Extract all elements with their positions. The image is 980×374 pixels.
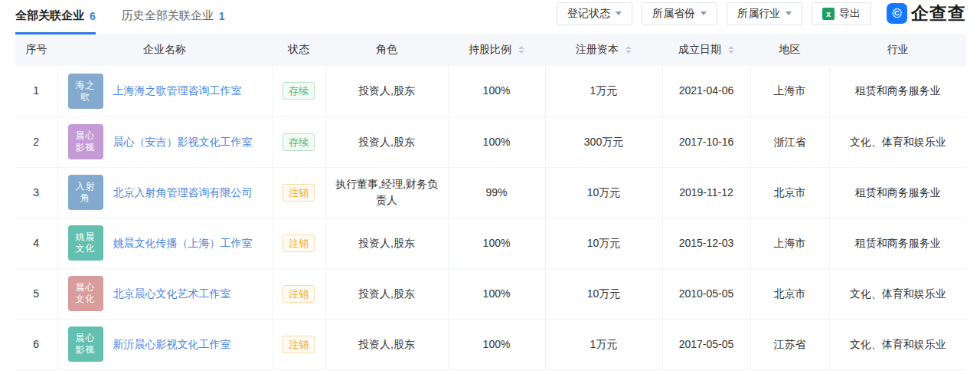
dropdown-label: 所属省份 [652,7,695,21]
excel-icon: x [822,8,835,20]
tab-all-related-companies[interactable]: 全部关联企业 6 [15,0,96,34]
registered-capital-cell: 10万元 [545,218,662,268]
dropdown-label: 所属行业 [737,7,780,21]
company-name-link[interactable]: 北京晨心文化艺术工作室 [113,286,231,302]
role-cell: 执行董事,经理,财务负责人 [325,167,448,218]
header-index: 序号 [15,34,57,66]
share-ratio-cell: 99% [448,167,545,218]
tabs: 全部关联企业 6 历史全部关联企业 1 [15,0,225,34]
export-label: 导出 [839,7,861,21]
industry-cell: 租赁和商务服务业 [829,167,966,218]
registered-capital-cell: 1万元 [545,319,662,369]
filter-controls: 登记状态 所属省份 所属行业 x 导出 © 企查查 [557,0,966,25]
row-index: 1 [15,66,57,116]
company-name-link[interactable]: 姚晨文化传播（上海）工作室 [113,235,253,251]
province-dropdown[interactable]: 所属省份 [642,2,717,25]
status-badge: 注销 [283,285,315,303]
established-date-cell: 2019-11-12 [662,167,750,218]
table-header: 序号 企业名称 状态 角色 持股比例 注册资本 成立日期 地区 行业 [15,34,966,66]
header-registered-capital[interactable]: 注册资本 [545,34,662,66]
header-established-date[interactable]: 成立日期 [662,34,750,66]
registered-capital-cell: 10万元 [545,268,662,319]
registered-capital-cell: 300万元 [545,116,662,167]
tab-label: 全部关联企业 [15,8,84,23]
status-badge: 注销 [283,235,315,252]
related-companies-panel: 全部关联企业 6 历史全部关联企业 1 登记状态 所属省份 所属行业 x [0,0,980,374]
header-industry: 行业 [829,34,966,66]
tab-history-related-companies[interactable]: 历史全部关联企业 1 [122,0,225,34]
company-logo: 晨心影视 [68,124,103,159]
industry-cell: 租赁和商务服务业 [829,66,966,116]
header-share-ratio[interactable]: 持股比例 [448,34,545,66]
header-region: 地区 [750,34,829,66]
industry-cell: 文化、体育和娱乐业 [829,116,966,167]
status-badge: 注销 [283,336,315,353]
industry-cell: 租赁和商务服务业 [829,218,966,268]
dropdown-label: 登记状态 [567,7,610,21]
role-cell: 投资人,股东 [325,319,448,369]
company-logo: 入射角 [68,175,103,210]
row-index: 6 [15,319,57,369]
industry-dropdown[interactable]: 所属行业 [727,2,802,25]
company-logo: 姚晨文化 [68,225,103,261]
row-index: 5 [15,268,57,319]
company-name-link[interactable]: 上海海之歌管理咨询工作室 [113,83,242,99]
industry-cell: 文化、体育和娱乐业 [829,268,966,319]
region-cell: 上海市 [750,218,829,268]
row-index: 4 [15,218,57,268]
role-cell: 投资人,股东 [325,66,448,116]
sort-icon[interactable] [728,46,734,54]
region-cell: 北京市 [750,268,829,319]
chevron-down-icon [701,11,707,15]
tab-count: 1 [219,10,225,22]
table-row: 5 晨心文化 北京晨心文化艺术工作室 注销 投资人,股东 100% 10万元 2… [15,268,966,319]
established-date-cell: 2015-12-03 [662,218,750,268]
company-name-link[interactable]: 北京入射角管理咨询有限公司 [113,185,253,201]
table-row: 4 姚晨文化 姚晨文化传播（上海）工作室 注销 投资人,股东 100% 10万元… [15,218,966,268]
sort-icon[interactable] [518,46,524,54]
region-cell: 浙江省 [750,116,829,167]
row-index: 3 [15,167,57,218]
tab-count: 6 [90,10,96,22]
tab-label: 历史全部关联企业 [122,8,214,23]
share-ratio-cell: 100% [448,116,545,167]
qichacha-wordmark: 企查查 [911,2,966,25]
table-row: 2 晨心影视 晨心（安吉）影视文化工作室 存续 投资人,股东 100% 300万… [15,116,966,167]
company-name-link[interactable]: 新沂晨心影视文化工作室 [113,336,231,353]
share-ratio-cell: 100% [448,66,545,116]
status-badge: 存续 [283,82,315,100]
role-cell: 投资人,股东 [325,268,448,319]
industry-cell: 文化、体育和娱乐业 [829,319,966,369]
related-companies-table: 序号 企业名称 状态 角色 持股比例 注册资本 成立日期 地区 行业 [15,34,966,370]
header-status: 状态 [272,34,325,66]
role-cell: 投资人,股东 [325,116,448,167]
company-name-link[interactable]: 晨心（安吉）影视文化工作室 [113,134,253,150]
established-date-cell: 2021-04-06 [662,66,750,116]
share-ratio-cell: 100% [448,319,545,369]
company-logo: 晨心影视 [68,326,103,362]
status-badge: 存续 [283,133,315,151]
status-badge: 注销 [283,184,315,202]
header-role: 角色 [325,34,448,66]
header-company-name: 企业名称 [57,34,272,66]
registered-capital-cell: 1万元 [545,66,662,116]
company-logo: 晨心文化 [68,276,103,311]
topbar: 全部关联企业 6 历史全部关联企业 1 登记状态 所属省份 所属行业 x [15,0,966,34]
established-date-cell: 2010-05-05 [662,268,750,319]
company-logo: 海之歌 [68,74,103,109]
registration-status-dropdown[interactable]: 登记状态 [557,2,632,25]
qichacha-icon: © [887,3,907,24]
share-ratio-cell: 100% [448,218,545,268]
established-date-cell: 2017-10-16 [662,116,750,167]
region-cell: 北京市 [750,167,829,218]
chevron-down-icon [616,11,622,15]
sort-icon[interactable] [626,46,632,54]
registered-capital-cell: 10万元 [545,167,662,218]
table-row: 1 海之歌 上海海之歌管理咨询工作室 存续 投资人,股东 100% 1万元 20… [15,66,966,116]
export-button[interactable]: x 导出 [812,2,871,25]
region-cell: 江苏省 [750,319,829,369]
role-cell: 投资人,股东 [325,218,448,268]
chevron-down-icon [786,11,792,15]
share-ratio-cell: 100% [448,268,545,319]
table-row: 6 晨心影视 新沂晨心影视文化工作室 注销 投资人,股东 100% 1万元 20… [15,319,966,369]
